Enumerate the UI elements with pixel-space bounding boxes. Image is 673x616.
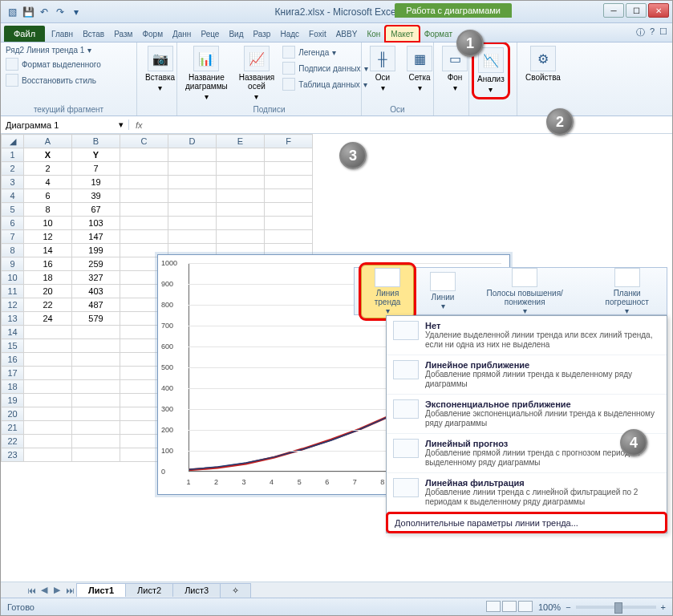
sheet-tab-2[interactable]: Лист2 (125, 583, 173, 597)
col-header[interactable]: A (24, 135, 72, 148)
trendline-button[interactable]: Линия тренда▾ (361, 265, 414, 318)
cell[interactable]: 8 (24, 203, 72, 217)
lines-button[interactable]: Линии▾ (430, 272, 456, 310)
chart-element-selector[interactable]: Ряд2 Линия тренда 1 ▾ (6, 44, 132, 56)
row-header[interactable]: 7 (2, 230, 24, 244)
cell[interactable]: 16 (24, 257, 72, 271)
sheet-tab-3[interactable]: Лист3 (172, 583, 221, 597)
row-header[interactable]: 3 (2, 176, 24, 189)
help-icon[interactable]: ? (650, 26, 655, 38)
gridlines-button[interactable]: ▦Сетка▾ (403, 44, 436, 94)
tab-layout[interactable]: Макет (385, 26, 419, 42)
cell[interactable]: 259 (72, 257, 120, 271)
worksheet-area[interactable]: ◢ A B C D E F 1XY 227 3419 4639 5867 610… (1, 134, 672, 583)
row-header[interactable]: 21 (2, 421, 24, 435)
row-header[interactable]: 18 (2, 380, 24, 394)
insert-button[interactable]: 📷Вставка▾ (142, 44, 178, 94)
data-table-button[interactable]: Таблица данных ▾ (282, 76, 367, 92)
cell[interactable]: 22 (24, 298, 72, 312)
cell[interactable]: 24 (24, 312, 72, 326)
sheet-tab-1[interactable]: Лист1 (76, 583, 126, 597)
trendline-exponential[interactable]: Экспоненциальное приближениеДобавление э… (387, 395, 667, 434)
tab-home[interactable]: Главн (47, 26, 78, 42)
tab-pagelayout[interactable]: Разм (109, 26, 137, 42)
file-tab[interactable]: Файл (4, 26, 45, 42)
sheet-nav-prev[interactable]: ◀ (38, 585, 51, 595)
row-header[interactable]: 2 (2, 162, 24, 176)
cell[interactable]: 7 (72, 162, 120, 176)
row-header[interactable]: 22 (2, 435, 24, 448)
cell[interactable]: 12 (24, 230, 72, 244)
cell[interactable]: 67 (72, 203, 120, 217)
zoom-out-button[interactable]: − (566, 602, 570, 612)
format-selection-button[interactable]: Формат выделенного (6, 56, 132, 72)
redo-icon[interactable]: ↷ (54, 6, 67, 18)
cell[interactable]: 6 (24, 189, 72, 203)
undo-icon[interactable]: ↶ (38, 6, 51, 18)
trendline-moving-avg[interactable]: Линейная фильтрацияДобавление линии трен… (387, 473, 667, 513)
save-icon[interactable]: 💾 (22, 6, 34, 18)
row-header[interactable]: 23 (2, 448, 24, 462)
row-header[interactable]: 17 (2, 367, 24, 380)
tab-insert[interactable]: Встав (78, 26, 109, 42)
row-header[interactable]: 14 (2, 326, 24, 339)
col-header[interactable]: C (120, 135, 168, 148)
select-all-corner[interactable]: ◢ (2, 135, 24, 148)
sheet-nav-next[interactable]: ▶ (51, 585, 63, 595)
tab-view[interactable]: Вид (224, 26, 248, 42)
row-header[interactable]: 1 (2, 148, 24, 162)
name-box[interactable]: Диаграмма 1▾ (1, 120, 129, 130)
row-header[interactable]: 9 (2, 257, 24, 271)
cell[interactable]: 14 (24, 244, 72, 257)
minimize-ribbon-icon[interactable]: ⓘ (636, 26, 645, 38)
window-restore-icon[interactable]: ☐ (659, 26, 667, 38)
cell[interactable]: 39 (72, 189, 120, 203)
cell[interactable]: 147 (72, 230, 120, 244)
cell[interactable]: 199 (72, 244, 120, 257)
cell[interactable]: 579 (72, 312, 120, 326)
new-sheet-button[interactable]: ✧ (220, 583, 251, 598)
zoom-level[interactable]: 100% (538, 602, 561, 612)
chart-title-button[interactable]: 📊Название диаграммы▾ (182, 44, 231, 103)
cell[interactable]: 103 (72, 217, 120, 230)
col-header[interactable]: D (168, 135, 217, 148)
tab-formulas[interactable]: Форм (137, 26, 168, 42)
cell[interactable]: X (24, 148, 72, 162)
tab-abbyy[interactable]: ABBY (331, 26, 363, 42)
row-header[interactable]: 10 (2, 271, 24, 285)
updown-bars-button[interactable]: Полосы повышения/понижения▾ (472, 268, 578, 315)
axes-button[interactable]: ╫Оси▾ (367, 44, 399, 94)
namebox-dropdown-icon[interactable]: ▾ (119, 120, 124, 130)
row-header[interactable]: 15 (2, 339, 24, 353)
properties-button[interactable]: ⚙Свойства (522, 44, 564, 83)
tab-foxit[interactable]: Foxit (304, 26, 331, 42)
tab-data[interactable]: Данн (168, 26, 196, 42)
row-header[interactable]: 11 (2, 285, 24, 298)
row-header[interactable]: 12 (2, 298, 24, 312)
cell[interactable]: Y (72, 148, 120, 162)
maximize-button[interactable]: ☐ (626, 3, 647, 18)
trendline-linear[interactable]: Линейное приближениеДобавление прямой ли… (387, 355, 667, 395)
qat-more-icon[interactable]: ▾ (70, 6, 83, 18)
tab-review[interactable]: Реце (196, 26, 224, 42)
row-header[interactable]: 13 (2, 312, 24, 326)
legend-button[interactable]: Легенда ▾ (282, 44, 367, 60)
zoom-slider[interactable] (576, 606, 656, 609)
row-header[interactable]: 19 (2, 394, 24, 407)
col-header[interactable]: B (72, 135, 120, 148)
row-header[interactable]: 4 (2, 189, 24, 203)
data-labels-button[interactable]: Подписи данных ▾ (282, 60, 367, 76)
view-buttons[interactable] (485, 601, 533, 614)
tab-format[interactable]: Формат (420, 26, 458, 42)
reset-style-button[interactable]: Восстановить стиль (6, 72, 132, 88)
tab-developer[interactable]: Разр (248, 26, 275, 42)
cell[interactable]: 10 (24, 217, 72, 230)
cell[interactable]: 403 (72, 285, 120, 298)
row-header[interactable]: 6 (2, 217, 24, 230)
row-header[interactable]: 16 (2, 353, 24, 367)
trendline-more-options[interactable]: Дополнительные параметры линии тренда... (387, 513, 667, 533)
cell[interactable]: 327 (72, 271, 120, 285)
col-header[interactable]: E (217, 135, 265, 148)
cell[interactable]: 18 (24, 271, 72, 285)
cell[interactable]: 487 (72, 298, 120, 312)
